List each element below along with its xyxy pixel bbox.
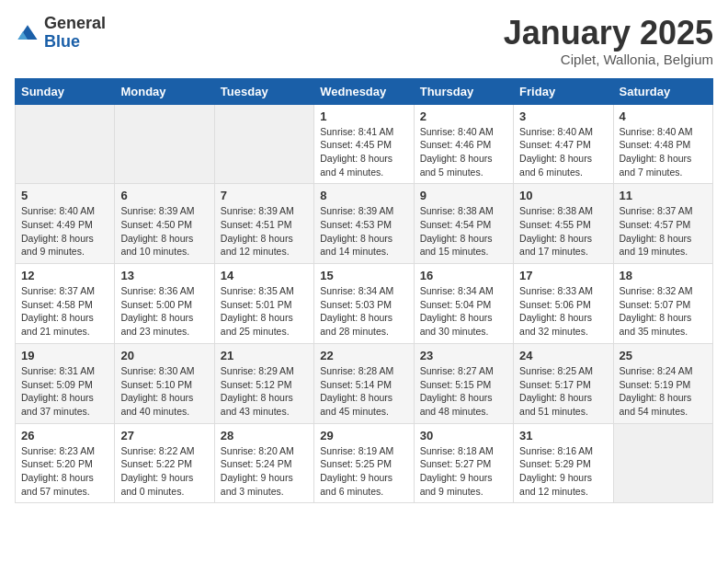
calendar-cell: 15Sunrise: 8:34 AMSunset: 5:03 PMDayligh… — [314, 264, 414, 344]
calendar-cell: 4Sunrise: 8:40 AMSunset: 4:48 PMDaylight… — [613, 104, 712, 184]
calendar-cell — [16, 104, 115, 184]
calendar-cell — [214, 104, 313, 184]
weekday-header: Wednesday — [314, 78, 414, 104]
calendar-header-row: SundayMondayTuesdayWednesdayThursdayFrid… — [16, 78, 713, 104]
day-info: Sunrise: 8:34 AMSunset: 5:03 PMDaylight:… — [320, 284, 407, 339]
calendar-cell: 2Sunrise: 8:40 AMSunset: 4:46 PMDaylight… — [414, 104, 513, 184]
day-info: Sunrise: 8:33 AMSunset: 5:06 PMDaylight:… — [519, 284, 607, 339]
day-info: Sunrise: 8:36 AMSunset: 5:00 PMDaylight:… — [120, 284, 208, 339]
calendar-cell: 13Sunrise: 8:36 AMSunset: 5:00 PMDayligh… — [115, 264, 214, 344]
logo-general: General — [44, 15, 106, 33]
day-info: Sunrise: 8:16 AMSunset: 5:29 PMDaylight:… — [519, 444, 607, 499]
day-info: Sunrise: 8:40 AMSunset: 4:49 PMDaylight:… — [21, 204, 108, 259]
calendar-cell: 16Sunrise: 8:34 AMSunset: 5:04 PMDayligh… — [414, 264, 513, 344]
day-info: Sunrise: 8:40 AMSunset: 4:46 PMDaylight:… — [420, 125, 507, 179]
day-info: Sunrise: 8:40 AMSunset: 4:48 PMDaylight:… — [620, 125, 707, 179]
day-info: Sunrise: 8:30 AMSunset: 5:10 PMDaylight:… — [120, 364, 208, 419]
day-info: Sunrise: 8:19 AMSunset: 5:25 PMDaylight:… — [320, 444, 407, 499]
calendar-cell: 21Sunrise: 8:29 AMSunset: 5:12 PMDayligh… — [214, 343, 313, 423]
calendar-cell: 18Sunrise: 8:32 AMSunset: 5:07 PMDayligh… — [613, 264, 712, 344]
week-row: 1Sunrise: 8:41 AMSunset: 4:45 PMDaylight… — [16, 104, 713, 184]
day-number: 9 — [420, 189, 507, 202]
day-info: Sunrise: 8:29 AMSunset: 5:12 PMDaylight:… — [221, 364, 308, 419]
day-number: 23 — [420, 349, 507, 362]
day-number: 31 — [519, 429, 607, 442]
day-info: Sunrise: 8:39 AMSunset: 4:50 PMDaylight:… — [120, 204, 208, 259]
day-number: 13 — [120, 269, 208, 282]
calendar-cell: 29Sunrise: 8:19 AMSunset: 5:25 PMDayligh… — [314, 423, 414, 503]
day-info: Sunrise: 8:23 AMSunset: 5:20 PMDaylight:… — [21, 444, 108, 499]
day-number: 19 — [21, 349, 108, 362]
day-number: 14 — [221, 269, 308, 282]
day-info: Sunrise: 8:39 AMSunset: 4:51 PMDaylight:… — [221, 204, 308, 259]
weekday-header: Monday — [115, 78, 214, 104]
day-info: Sunrise: 8:41 AMSunset: 4:45 PMDaylight:… — [320, 125, 407, 179]
calendar-cell: 8Sunrise: 8:39 AMSunset: 4:53 PMDaylight… — [314, 184, 414, 264]
day-number: 8 — [320, 189, 407, 202]
day-number: 24 — [519, 349, 607, 362]
calendar-cell: 19Sunrise: 8:31 AMSunset: 5:09 PMDayligh… — [16, 343, 115, 423]
day-number: 3 — [519, 109, 607, 123]
calendar-cell: 20Sunrise: 8:30 AMSunset: 5:10 PMDayligh… — [115, 343, 214, 423]
logo-blue: Blue — [44, 33, 106, 52]
calendar-cell — [613, 423, 712, 503]
calendar-cell: 22Sunrise: 8:28 AMSunset: 5:14 PMDayligh… — [314, 343, 414, 423]
day-number: 15 — [320, 269, 407, 282]
weekday-header: Tuesday — [214, 78, 313, 104]
calendar-cell: 17Sunrise: 8:33 AMSunset: 5:06 PMDayligh… — [514, 264, 613, 344]
calendar-cell: 27Sunrise: 8:22 AMSunset: 5:22 PMDayligh… — [115, 423, 214, 503]
logo-text: General Blue — [44, 15, 106, 52]
day-number: 17 — [519, 269, 607, 282]
calendar-cell: 9Sunrise: 8:38 AMSunset: 4:54 PMDaylight… — [414, 184, 513, 264]
day-number: 29 — [320, 429, 407, 442]
page-header: General Blue January 2025 Ciplet, Wallon… — [15, 15, 713, 67]
day-info: Sunrise: 8:22 AMSunset: 5:22 PMDaylight:… — [120, 444, 208, 499]
calendar-cell: 12Sunrise: 8:37 AMSunset: 4:58 PMDayligh… — [16, 264, 115, 344]
calendar-cell: 23Sunrise: 8:27 AMSunset: 5:15 PMDayligh… — [414, 343, 513, 423]
day-info: Sunrise: 8:34 AMSunset: 5:04 PMDaylight:… — [420, 284, 507, 339]
calendar-cell: 25Sunrise: 8:24 AMSunset: 5:19 PMDayligh… — [613, 343, 712, 423]
day-number: 10 — [519, 189, 607, 202]
day-info: Sunrise: 8:25 AMSunset: 5:17 PMDaylight:… — [519, 364, 607, 419]
day-info: Sunrise: 8:27 AMSunset: 5:15 PMDaylight:… — [420, 364, 507, 419]
day-info: Sunrise: 8:38 AMSunset: 4:54 PMDaylight:… — [420, 204, 507, 259]
calendar-cell: 11Sunrise: 8:37 AMSunset: 4:57 PMDayligh… — [613, 184, 712, 264]
calendar-cell: 24Sunrise: 8:25 AMSunset: 5:17 PMDayligh… — [514, 343, 613, 423]
calendar-cell: 31Sunrise: 8:16 AMSunset: 5:29 PMDayligh… — [514, 423, 613, 503]
logo: General Blue — [15, 15, 106, 52]
day-info: Sunrise: 8:31 AMSunset: 5:09 PMDaylight:… — [21, 364, 108, 419]
day-info: Sunrise: 8:20 AMSunset: 5:24 PMDaylight:… — [221, 444, 308, 499]
day-number: 16 — [420, 269, 507, 282]
calendar-cell: 1Sunrise: 8:41 AMSunset: 4:45 PMDaylight… — [314, 104, 414, 184]
day-number: 1 — [320, 109, 407, 123]
calendar-title: January 2025 — [504, 15, 713, 52]
week-row: 19Sunrise: 8:31 AMSunset: 5:09 PMDayligh… — [16, 343, 713, 423]
calendar-cell: 3Sunrise: 8:40 AMSunset: 4:47 PMDaylight… — [514, 104, 613, 184]
day-info: Sunrise: 8:24 AMSunset: 5:19 PMDaylight:… — [620, 364, 707, 419]
day-number: 22 — [320, 349, 407, 362]
calendar-cell: 6Sunrise: 8:39 AMSunset: 4:50 PMDaylight… — [115, 184, 214, 264]
weekday-header: Thursday — [414, 78, 513, 104]
day-info: Sunrise: 8:37 AMSunset: 4:58 PMDaylight:… — [21, 284, 108, 339]
weekday-header: Friday — [514, 78, 613, 104]
day-number: 30 — [420, 429, 507, 442]
day-number: 18 — [620, 269, 707, 282]
day-info: Sunrise: 8:18 AMSunset: 5:27 PMDaylight:… — [420, 444, 507, 499]
week-row: 26Sunrise: 8:23 AMSunset: 5:20 PMDayligh… — [16, 423, 713, 503]
day-number: 25 — [620, 349, 707, 362]
logo-icon — [15, 20, 40, 46]
day-number: 7 — [221, 189, 308, 202]
day-info: Sunrise: 8:39 AMSunset: 4:53 PMDaylight:… — [320, 204, 407, 259]
day-info: Sunrise: 8:35 AMSunset: 5:01 PMDaylight:… — [221, 284, 308, 339]
calendar-cell: 5Sunrise: 8:40 AMSunset: 4:49 PMDaylight… — [16, 184, 115, 264]
day-info: Sunrise: 8:28 AMSunset: 5:14 PMDaylight:… — [320, 364, 407, 419]
calendar-table: SundayMondayTuesdayWednesdayThursdayFrid… — [15, 78, 713, 504]
calendar-subtitle: Ciplet, Wallonia, Belgium — [504, 52, 713, 67]
day-number: 21 — [221, 349, 308, 362]
calendar-cell: 30Sunrise: 8:18 AMSunset: 5:27 PMDayligh… — [414, 423, 513, 503]
day-info: Sunrise: 8:40 AMSunset: 4:47 PMDaylight:… — [519, 125, 607, 179]
day-number: 28 — [221, 429, 308, 442]
day-number: 12 — [21, 269, 108, 282]
day-number: 26 — [21, 429, 108, 442]
week-row: 5Sunrise: 8:40 AMSunset: 4:49 PMDaylight… — [16, 184, 713, 264]
